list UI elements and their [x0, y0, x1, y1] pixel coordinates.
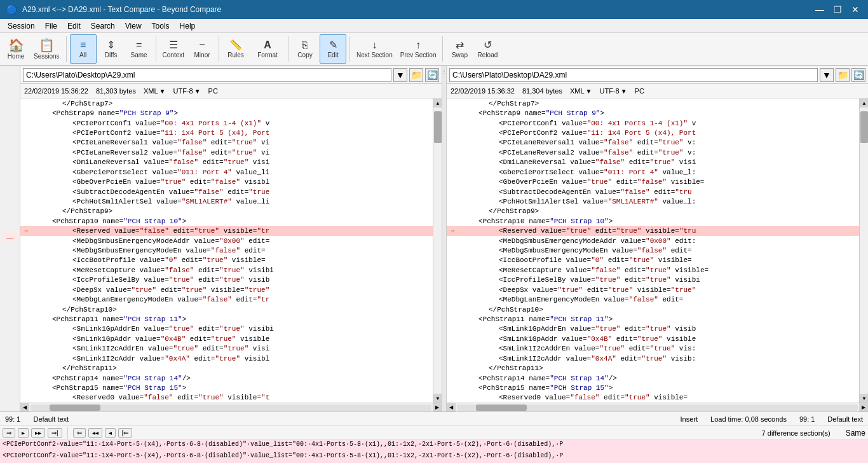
left-size: 81,303 bytes	[96, 87, 136, 95]
right-encoding: UTF-8 ▼	[599, 87, 627, 95]
toolbar-format[interactable]: A Format	[250, 34, 285, 64]
menu-tools[interactable]: Tools	[147, 20, 175, 32]
margin-line-3	[3, 120, 18, 130]
next-section-icon: ↓	[372, 40, 377, 50]
menu-search[interactable]: Search	[86, 20, 120, 32]
code-line-left-4: <PCIePortConf2 value="11: 1x4 Port 5 (x4…	[20, 128, 442, 137]
right-hthumb[interactable]	[476, 404, 527, 411]
nav-left-arrow[interactable]: ⇐	[73, 428, 86, 438]
margin-line-21	[3, 303, 18, 314]
left-date: 22/02/2019 15:36:22	[24, 87, 88, 95]
toolbar-edit[interactable]: ✎ Edit	[320, 34, 346, 64]
right-refresh-btn[interactable]: 🔄	[851, 68, 865, 82]
toolbar-rules[interactable]: 📏 Rules	[222, 34, 249, 64]
sessions-icon: 📋	[39, 39, 55, 52]
swap-icon: ⇄	[456, 40, 464, 50]
right-size: 81,304 bytes	[522, 87, 562, 95]
left-vscroll[interactable]: ▲ ▼	[433, 99, 442, 403]
left-line-ending: PC	[208, 87, 218, 95]
prev-section-label: Prev Section	[400, 52, 437, 59]
nav-next-right[interactable]: ▸▸	[31, 428, 45, 438]
right-path-dropdown[interactable]: ▼	[820, 68, 834, 82]
menu-help[interactable]: Help	[175, 20, 201, 32]
toolbar-all[interactable]: ≡ All	[70, 34, 97, 64]
maximize-btn[interactable]: ❐	[831, 3, 844, 16]
toolbar-sessions[interactable]: 📋 Sessions	[31, 34, 63, 64]
right-pane: ▼ 📁 🔄 22/02/2019 15:36:32 81,304 bytes X…	[447, 66, 868, 411]
margin-line-24	[3, 334, 18, 344]
scroll-up-btn[interactable]: ▲	[433, 99, 442, 107]
nav-last-right[interactable]: ⇒|	[48, 428, 62, 438]
right-scroll-right[interactable]: ▶	[859, 403, 868, 412]
nav-left-next[interactable]: ◂	[105, 428, 116, 438]
left-browse-btn[interactable]: 📁	[409, 68, 423, 82]
close-btn[interactable]: ✕	[849, 3, 862, 16]
right-vscroll[interactable]: ▲ ▼	[859, 99, 868, 403]
margin-line-17	[3, 263, 18, 273]
right-scroll-left[interactable]: ◀	[447, 403, 456, 412]
left-path-dropdown[interactable]: ▼	[393, 68, 407, 82]
left-scroll-left[interactable]: ◀	[20, 403, 29, 412]
left-refresh-btn[interactable]: 🔄	[425, 68, 439, 82]
window-title: A29.xml <--> DA29.xml - Text Compare - B…	[22, 5, 221, 14]
code-line-left-3: <PCIePortConf1 value="00: 4x1 Ports 1-4 …	[20, 118, 442, 128]
pane-divider[interactable]: ⋮	[442, 66, 447, 411]
right-htrack[interactable]	[457, 404, 858, 411]
code-line-left-18: <MeResetCapture value="false" edit="true…	[20, 265, 442, 275]
toolbar-next-section[interactable]: ↓ Next Section	[353, 34, 396, 64]
toolbar-prev-section[interactable]: ↑ Prev Section	[397, 34, 440, 64]
minimize-btn[interactable]: —	[813, 3, 826, 16]
code-line-left-29: <PchStrap14 name="PCH Strap 14"/>	[20, 373, 442, 383]
left-path-input[interactable]	[23, 68, 391, 82]
menu-session[interactable]: Session	[3, 20, 40, 32]
nav-left-prev[interactable]: ◂◂	[88, 428, 102, 438]
menu-file[interactable]: File	[40, 20, 62, 32]
code-line-right-19: <IccProfileSelBy value="true" edit="true…	[447, 275, 868, 285]
toolbar-diffs[interactable]: ⇕ Diffs	[98, 34, 125, 64]
format-icon: A	[264, 40, 271, 50]
code-line-right-2: <PchStrap9 name="PCH Strap 9">	[447, 108, 868, 118]
code-line-right-6: <PCIeLaneReversal2 value="false" edit="t…	[447, 148, 868, 157]
left-hthumb[interactable]	[50, 404, 100, 411]
menu-view[interactable]: View	[120, 20, 147, 32]
nav-first-right[interactable]: ⇒	[3, 428, 15, 438]
left-scroll-right[interactable]: ▶	[433, 403, 442, 412]
same-icon: =	[136, 40, 142, 50]
toolbar-same[interactable]: = Same	[126, 34, 153, 64]
titlebar: 🔵 A29.xml <--> DA29.xml - Text Compare -…	[0, 0, 868, 19]
code-line-right-29: <PchStrap14 name="PCH Strap 14"/>	[447, 373, 868, 383]
code-line-left-1: </PchStrap7>	[20, 99, 442, 108]
toolbar-minor[interactable]: ~ Minor	[189, 34, 215, 64]
right-scroll-thumb[interactable]	[860, 111, 868, 143]
right-hscrollbar[interactable]: ◀ ▶	[447, 403, 868, 411]
code-line-right-17: <IccBootProfile value="0" edit="true" vi…	[447, 256, 868, 265]
margin-line-25	[3, 344, 18, 354]
nav-prev-right[interactable]: ▸	[18, 428, 29, 438]
right-path-input[interactable]	[449, 68, 818, 82]
toolbar-home[interactable]: 🏠 Home	[3, 34, 29, 64]
left-hscrollbar[interactable]: ◀ ▶	[20, 403, 442, 411]
scroll-thumb[interactable]	[434, 111, 442, 143]
right-scroll-down[interactable]: ▼	[860, 394, 868, 403]
toolbar-copy[interactable]: ⎘ Copy	[292, 34, 318, 64]
menu-edit[interactable]: Edit	[62, 20, 86, 32]
code-line-left-6: <PCIeLaneReversal2 value="false" edit="t…	[20, 148, 442, 157]
right-browse-btn[interactable]: 📁	[836, 68, 850, 82]
nav-left-last[interactable]: |⇐	[118, 428, 133, 438]
all-icon: ≡	[80, 40, 86, 50]
right-code-area[interactable]: </PchStrap7> <PchStrap9 name="PCH Strap …	[447, 99, 868, 403]
margin-line-16	[3, 252, 18, 263]
left-code-area[interactable]: </PchStrap7> <PchStrap9 name="PCH Strap …	[20, 99, 442, 403]
same-label: Same	[131, 52, 147, 59]
toolbar-context[interactable]: ☰ Context	[159, 34, 187, 64]
margin-line-19	[3, 283, 18, 293]
scroll-down-btn[interactable]: ▼	[433, 394, 442, 403]
toolbar-reload[interactable]: ↺ Reload	[474, 34, 501, 64]
toolbar-swap[interactable]: ⇄ Swap	[446, 34, 473, 64]
bottom-section: 99: 1 Default text Insert Load time: 0,0…	[0, 411, 868, 463]
copy-label: Copy	[297, 52, 312, 59]
right-scroll-up[interactable]: ▲	[860, 99, 868, 107]
left-pane: ▼ 📁 🔄 22/02/2019 15:36:22 81,303 bytes X…	[20, 66, 442, 411]
left-htrack[interactable]	[31, 404, 431, 411]
margin-line-2	[3, 110, 18, 120]
